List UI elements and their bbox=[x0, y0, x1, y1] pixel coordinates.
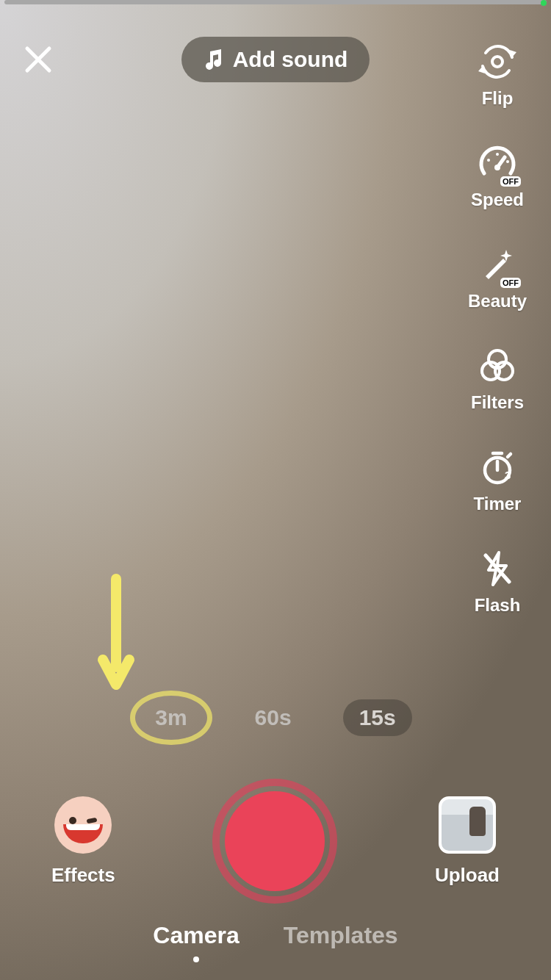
add-sound-label: Add sound bbox=[233, 47, 348, 72]
duration-3m[interactable]: 3m bbox=[139, 699, 203, 736]
duration-60s[interactable]: 60s bbox=[239, 699, 308, 736]
svg-point-0 bbox=[492, 57, 503, 67]
mode-templates-label: Templates bbox=[284, 922, 398, 949]
tool-flash-label: Flash bbox=[475, 595, 521, 616]
filters-icon bbox=[478, 347, 516, 385]
record-button-inner bbox=[225, 791, 325, 891]
add-sound-button[interactable]: Add sound bbox=[181, 37, 370, 82]
svg-text:3: 3 bbox=[505, 469, 511, 481]
duration-3m-label: 3m bbox=[155, 705, 187, 729]
flash-icon bbox=[478, 550, 516, 588]
effects-label: Effects bbox=[51, 864, 115, 887]
upload-thumbnail bbox=[439, 796, 496, 854]
duration-15s-label: 15s bbox=[359, 705, 396, 729]
tool-beauty-label: Beauty bbox=[468, 291, 527, 311]
status-progress-line bbox=[4, 0, 547, 4]
tool-speed[interactable]: OFF Speed bbox=[471, 143, 524, 210]
close-icon bbox=[24, 46, 52, 73]
tool-speed-label: Speed bbox=[471, 190, 524, 210]
tool-filters-label: Filters bbox=[471, 392, 524, 413]
music-note-icon bbox=[204, 48, 224, 71]
side-toolbar: Flip OFF Speed OFF B bbox=[457, 41, 538, 616]
beauty-off-badge: OFF bbox=[500, 278, 521, 288]
close-button[interactable] bbox=[18, 39, 59, 80]
mode-tabs: Camera Templates bbox=[0, 922, 551, 962]
duration-selector: 3m 60s 15s bbox=[0, 699, 551, 736]
status-recording-dot bbox=[541, 0, 547, 6]
svg-line-12 bbox=[508, 454, 511, 457]
tool-flip-label: Flip bbox=[482, 88, 514, 109]
effects-button[interactable]: Effects bbox=[51, 796, 115, 887]
svg-point-3 bbox=[487, 159, 490, 162]
duration-15s[interactable]: 15s bbox=[343, 699, 412, 736]
tool-timer[interactable]: 3 Timer bbox=[474, 447, 522, 514]
tool-flash[interactable]: Flash bbox=[475, 548, 521, 616]
status-bar bbox=[4, 0, 547, 6]
tool-beauty[interactable]: OFF Beauty bbox=[468, 244, 527, 311]
speed-off-badge: OFF bbox=[500, 176, 521, 187]
svg-line-2 bbox=[497, 157, 505, 167]
svg-point-5 bbox=[506, 160, 509, 163]
mode-camera-label: Camera bbox=[153, 922, 239, 949]
mode-templates[interactable]: Templates bbox=[284, 922, 398, 962]
upload-label: Upload bbox=[435, 864, 500, 887]
tool-filters[interactable]: Filters bbox=[471, 345, 524, 413]
flip-icon bbox=[478, 43, 516, 81]
mode-camera[interactable]: Camera bbox=[153, 922, 239, 962]
svg-point-4 bbox=[496, 153, 499, 156]
tool-flip[interactable]: Flip bbox=[477, 41, 518, 109]
effects-icon bbox=[54, 796, 112, 854]
annotation-arrow-icon bbox=[94, 573, 138, 698]
upload-button[interactable]: Upload bbox=[435, 796, 500, 887]
timer-icon: 3 bbox=[478, 448, 516, 486]
tool-timer-label: Timer bbox=[474, 494, 522, 514]
bottom-controls: Effects Upload bbox=[0, 779, 551, 904]
record-button[interactable] bbox=[212, 779, 337, 904]
duration-60s-label: 60s bbox=[255, 705, 292, 729]
mode-active-dot bbox=[193, 956, 199, 962]
camera-screen: Add sound Flip bbox=[0, 0, 551, 980]
